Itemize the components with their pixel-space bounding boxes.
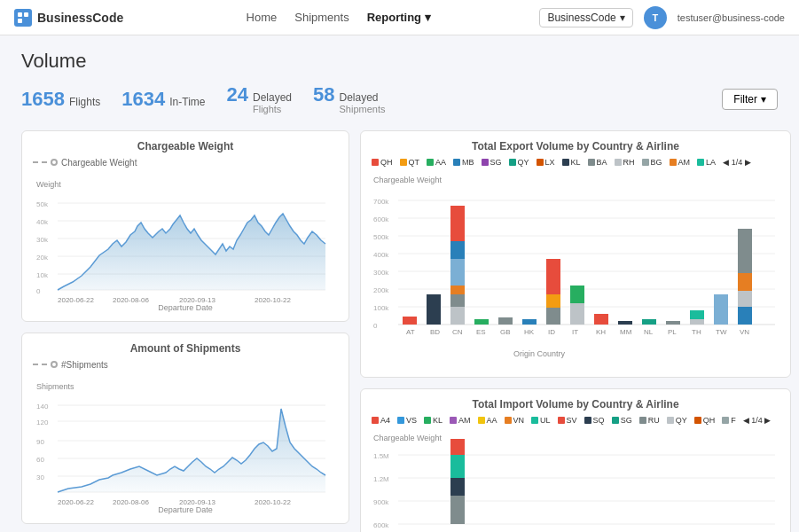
svg-text:2020-08-06: 2020-08-06 bbox=[113, 296, 149, 304]
stat-number-flights: 1658 bbox=[21, 88, 65, 111]
legend-label-cw: Chargeable Weight bbox=[61, 158, 137, 168]
import-volume-title: Total Import Volume by Country & Airline bbox=[372, 398, 779, 411]
stats-row: 1658 Flights 1634 In-Time 24 Delayed Fli… bbox=[21, 83, 778, 116]
stat-delayed-shipments: 58 Delayed Shipments bbox=[313, 83, 385, 116]
chargeable-weight-card: Chargeable Weight Chargeable Weight Weig… bbox=[21, 130, 349, 322]
svg-rect-73 bbox=[546, 308, 560, 325]
svg-text:200k: 200k bbox=[373, 286, 389, 294]
nav-reporting[interactable]: Reporting ▾ bbox=[367, 11, 431, 24]
svg-rect-94 bbox=[738, 307, 752, 325]
svg-rect-107 bbox=[450, 455, 465, 478]
legend-mb: MB bbox=[453, 158, 474, 167]
svg-text:0: 0 bbox=[373, 322, 378, 330]
import-legend: A4 VS KL AM AA VN UL SV SQ SG RU QY QH F… bbox=[372, 416, 779, 425]
logo-icon bbox=[14, 9, 32, 27]
legend-f: F bbox=[722, 416, 736, 425]
svg-text:60: 60 bbox=[36, 456, 44, 464]
svg-text:700k: 700k bbox=[373, 198, 389, 206]
svg-rect-89 bbox=[714, 294, 728, 325]
svg-text:2020-10-22: 2020-10-22 bbox=[255, 296, 291, 304]
svg-text:0: 0 bbox=[36, 287, 41, 295]
svg-rect-76 bbox=[570, 303, 584, 325]
shipments-amount-title: Amount of Shipments bbox=[33, 342, 338, 355]
stat-sublabel-flights: Flights bbox=[253, 104, 292, 115]
legend-qt: QT bbox=[400, 158, 420, 167]
legend-qy-imp: QY bbox=[667, 416, 687, 425]
svg-rect-67 bbox=[498, 317, 513, 325]
stat-number-delayed-shipments: 58 bbox=[313, 83, 334, 106]
nav-shipments[interactable]: Shipments bbox=[294, 11, 349, 24]
business-code-select[interactable]: BusinessCode ▾ bbox=[539, 8, 632, 27]
svg-rect-91 bbox=[738, 229, 752, 273]
svg-rect-56 bbox=[427, 294, 441, 325]
user-email: testuser@business-code bbox=[678, 12, 785, 23]
main-content: Volume 1658 Flights 1634 In-Time 24 Dela… bbox=[0, 35, 799, 532]
svg-rect-93 bbox=[738, 291, 752, 307]
svg-text:AT: AT bbox=[406, 328, 415, 336]
svg-text:Weight: Weight bbox=[36, 180, 61, 189]
svg-text:2020-08-06: 2020-08-06 bbox=[113, 498, 149, 506]
svg-text:30k: 30k bbox=[36, 236, 49, 244]
svg-rect-109 bbox=[450, 496, 465, 524]
svg-rect-78 bbox=[594, 314, 608, 325]
legend-sg-imp: SG bbox=[612, 416, 632, 425]
legend-ba: BA bbox=[588, 158, 607, 167]
legend-item-shipments: #Shipments bbox=[33, 360, 108, 370]
legend-aa: AA bbox=[427, 158, 446, 167]
stat-label-intime: In-Time bbox=[169, 96, 205, 108]
left-column: Chargeable Weight Chargeable Weight Weig… bbox=[21, 130, 349, 532]
legend-more-import[interactable]: ◀ 1/4 ▶ bbox=[743, 416, 772, 425]
svg-text:KH: KH bbox=[596, 328, 606, 336]
legend-kl: KL bbox=[562, 158, 581, 167]
export-legend: QH QT AA MB SG QY LX KL BA RH BG AM LA ◀… bbox=[372, 158, 779, 167]
svg-text:500k: 500k bbox=[373, 233, 389, 241]
svg-text:90: 90 bbox=[36, 438, 44, 446]
legend-la: LA bbox=[697, 158, 716, 167]
svg-text:600k: 600k bbox=[373, 521, 389, 529]
stat-delayed-flights: 24 Delayed Flights bbox=[226, 83, 292, 116]
chargeable-weight-chart: Weight 50k 40k 30k 20k 10k 0 bbox=[33, 171, 338, 312]
ship-x-label: Departure Date bbox=[33, 505, 338, 514]
legend-aa-imp: AA bbox=[478, 416, 497, 425]
legend-lx: LX bbox=[537, 158, 555, 167]
svg-text:CN: CN bbox=[452, 328, 463, 336]
svg-text:TH: TH bbox=[692, 328, 701, 336]
legend-sg: SG bbox=[482, 158, 502, 167]
svg-text:30: 30 bbox=[36, 473, 44, 481]
shipments-legend: #Shipments bbox=[33, 360, 338, 370]
legend-ul: UL bbox=[531, 416, 551, 425]
svg-text:2020-06-22: 2020-06-22 bbox=[58, 296, 94, 304]
filter-icon: ▾ bbox=[761, 93, 766, 106]
chargeable-weight-legend: Chargeable Weight bbox=[33, 158, 338, 168]
legend-bg: BG bbox=[642, 158, 662, 167]
nav-home[interactable]: Home bbox=[247, 11, 278, 24]
export-volume-title: Total Export Volume by Country & Airline bbox=[372, 140, 779, 153]
legend-rh: RH bbox=[615, 158, 635, 167]
svg-rect-65 bbox=[474, 319, 489, 325]
chevron-down-icon: ▾ bbox=[425, 11, 431, 24]
svg-text:40k: 40k bbox=[36, 218, 49, 226]
legend-vn-imp: VN bbox=[505, 416, 525, 425]
svg-text:2020-06-22: 2020-06-22 bbox=[58, 498, 94, 506]
navbar: BusinessCode Home Shipments Reporting ▾ … bbox=[0, 0, 799, 35]
export-volume-chart: Chargeable Weight 700k 600k 500k 400k 30… bbox=[372, 170, 779, 368]
svg-rect-1 bbox=[24, 12, 28, 17]
svg-text:120: 120 bbox=[36, 419, 49, 426]
chargeable-weight-title: Chargeable Weight bbox=[33, 140, 338, 153]
svg-text:NL: NL bbox=[644, 328, 654, 336]
svg-rect-58 bbox=[450, 206, 465, 241]
stat-number-delayed-flights: 24 bbox=[226, 83, 247, 106]
svg-text:Chargeable Weight: Chargeable Weight bbox=[373, 176, 442, 184]
legend-qh-imp: QH bbox=[694, 416, 716, 425]
svg-rect-82 bbox=[642, 319, 656, 325]
brand-logo[interactable]: BusinessCode bbox=[14, 9, 123, 27]
legend-more-export[interactable]: ◀ 1/4 ▶ bbox=[723, 158, 751, 167]
cw-x-label: Departure Date bbox=[33, 303, 338, 312]
svg-text:20k: 20k bbox=[36, 254, 49, 262]
svg-text:140: 140 bbox=[36, 403, 49, 411]
legend-am-imp: AM bbox=[450, 416, 471, 425]
svg-text:1.5M: 1.5M bbox=[373, 452, 389, 460]
svg-text:Origin Country: Origin Country bbox=[513, 349, 566, 358]
filter-button[interactable]: Filter ▾ bbox=[722, 89, 778, 110]
stat-label-delayed: Delayed bbox=[253, 91, 292, 104]
